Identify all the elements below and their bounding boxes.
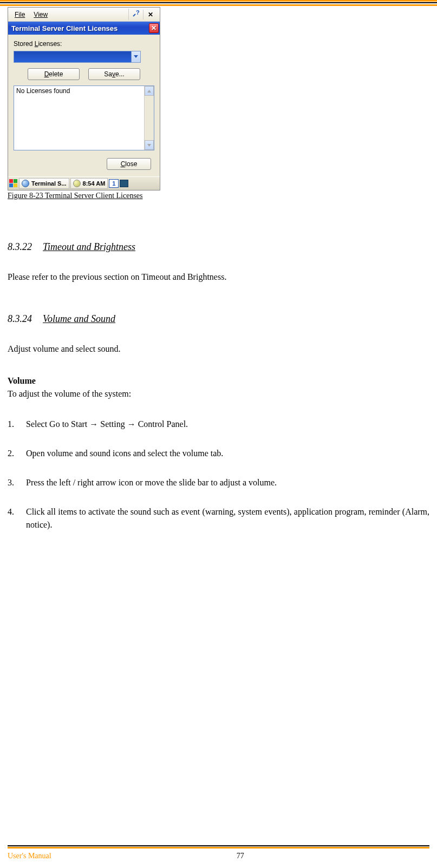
taskbar-app[interactable]: Terminal S... <box>19 178 69 189</box>
delete-u: D <box>44 70 49 78</box>
menu-file[interactable]: File <box>10 10 29 19</box>
delete-post: elete <box>49 70 63 78</box>
titlebar: Terminal Server Client Licenses ✕ <box>8 22 160 35</box>
keyboard-indicator-icon[interactable]: 1 <box>109 179 119 188</box>
save-post: e... <box>115 70 125 78</box>
menu-view[interactable]: View <box>29 10 52 19</box>
close-button[interactable]: ✕ <box>149 23 159 33</box>
button-row: Delete Save... <box>14 68 154 80</box>
page-content: File View ? ✕ Terminal Server Client Lic… <box>0 7 437 531</box>
stored-licenses-label: Stored Licenses: <box>14 40 154 48</box>
top-border-orange-2 <box>0 4 437 6</box>
help-icon[interactable]: ? <box>128 9 143 20</box>
footer-left: User's Manual <box>8 852 51 860</box>
licenses-listbox[interactable]: No Licenses found <box>14 86 154 150</box>
section-heading-1: 8.3.22 Timeout and Brightness <box>8 241 429 253</box>
section-num-2: 8.3.24 <box>8 313 32 325</box>
scrollbar[interactable] <box>144 86 154 150</box>
taskbar-clock[interactable]: 8:54 AM <box>70 178 108 189</box>
section2-intro: Adjust volume and select sound. <box>8 343 429 355</box>
dialog-body: Stored Licenses: Delete Save... No Licen… <box>8 35 160 176</box>
step-1: Select Go to Start → Setting → Control P… <box>8 418 429 431</box>
figure-caption: Figure 8-23 Terminal Server Client Licen… <box>8 192 429 200</box>
section-title-2: Volume and Sound <box>43 313 115 325</box>
section1-body: Please refer to the previous section on … <box>8 271 429 283</box>
top-border-dark <box>0 2 437 3</box>
tray-icon[interactable] <box>120 180 128 187</box>
section-num-1: 8.3.22 <box>8 241 32 253</box>
scroll-track[interactable] <box>145 96 154 140</box>
licenses-combo[interactable] <box>14 51 141 63</box>
window-title: Terminal Server Client Licenses <box>11 24 149 32</box>
step-2: Open volume and sound icons and select t… <box>8 447 429 460</box>
close-post: lose <box>125 160 137 168</box>
taskbar-app-label: Terminal S... <box>31 180 67 187</box>
close-row: Close <box>14 158 154 170</box>
steps-list: Select Go to Start → Setting → Control P… <box>8 418 429 531</box>
label-post: icenses: <box>38 40 62 48</box>
close-dialog-button[interactable]: Close <box>107 158 151 170</box>
screenshot-window: File View ? ✕ Terminal Server Client Lic… <box>8 7 160 190</box>
page-number: 77 <box>51 852 429 860</box>
chevron-down-icon[interactable] <box>131 51 141 63</box>
scroll-up-icon[interactable] <box>145 86 154 96</box>
start-icon[interactable] <box>9 179 18 188</box>
menu-file-label: File <box>15 11 25 18</box>
taskbar: Terminal S... 8:54 AM 1 <box>8 176 160 190</box>
svg-text:?: ? <box>136 10 140 16</box>
save-pre: Sa <box>104 70 112 78</box>
step-3: Press the left / right arrow icon or mov… <box>8 476 429 489</box>
save-button[interactable]: Save... <box>88 68 140 80</box>
footer-border-orange <box>8 847 429 849</box>
taskbar-time: 8:54 AM <box>83 180 106 187</box>
menubar-close-icon[interactable]: ✕ <box>143 10 158 19</box>
footer-row: User's Manual 77 <box>8 852 429 860</box>
combo-input[interactable] <box>14 51 131 63</box>
footer-border-dark <box>8 845 429 846</box>
listbox-content: No Licenses found <box>14 86 144 150</box>
menubar: File View ? ✕ <box>8 8 160 22</box>
volume-desc: To adjust the volume of the system: <box>8 388 429 400</box>
label-pre: Stored <box>14 40 35 48</box>
section-heading-2: 8.3.24 Volume and Sound <box>8 313 429 325</box>
top-border-orange <box>0 0 437 2</box>
section-title-1: Timeout and Brightness <box>43 241 135 253</box>
app-icon <box>22 180 29 187</box>
footer: User's Manual 77 <box>8 845 429 860</box>
delete-button[interactable]: Delete <box>28 68 80 80</box>
menu-view-label: View <box>34 11 48 18</box>
scroll-down-icon[interactable] <box>145 140 154 150</box>
step-4: Click all items to activate the sound su… <box>8 505 429 531</box>
network-icon <box>73 180 81 187</box>
volume-bold: Volume <box>8 375 429 387</box>
